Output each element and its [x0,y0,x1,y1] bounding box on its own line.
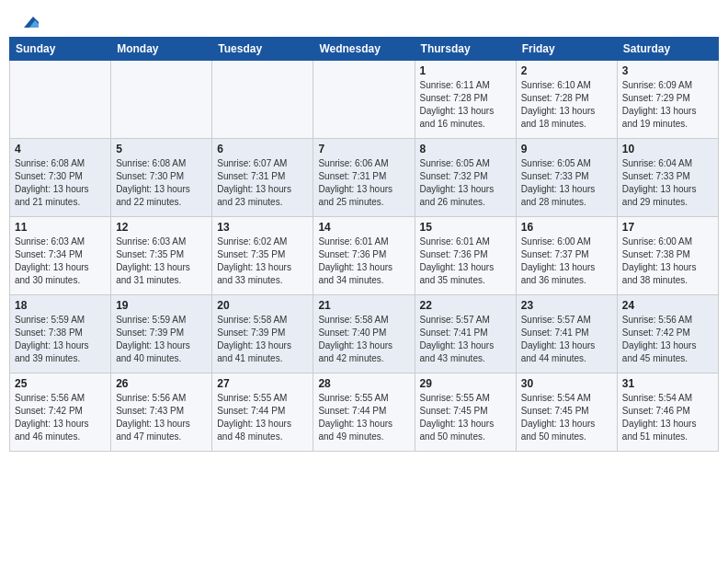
calendar-day-cell: 11Sunrise: 6:03 AM Sunset: 7:34 PM Dayli… [10,217,111,295]
day-info: Sunrise: 6:00 AM Sunset: 7:38 PM Dayligh… [622,236,713,287]
day-info: Sunrise: 6:01 AM Sunset: 7:36 PM Dayligh… [318,236,409,287]
calendar-table: SundayMondayTuesdayWednesdayThursdayFrid… [9,37,719,452]
day-number: 3 [622,64,713,77]
calendar-week-row: 25Sunrise: 5:56 AM Sunset: 7:42 PM Dayli… [10,373,719,452]
calendar-day-cell: 29Sunrise: 5:55 AM Sunset: 7:45 PM Dayli… [415,373,516,452]
calendar-day-cell [111,61,212,139]
day-number: 6 [217,143,308,155]
calendar-day-cell: 13Sunrise: 6:02 AM Sunset: 7:35 PM Dayli… [212,217,313,295]
day-of-week-header: Saturday [617,38,718,61]
calendar-week-row: 18Sunrise: 5:59 AM Sunset: 7:38 PM Dayli… [10,295,719,373]
day-info: Sunrise: 6:03 AM Sunset: 7:34 PM Dayligh… [15,236,106,287]
calendar-day-cell: 18Sunrise: 5:59 AM Sunset: 7:38 PM Dayli… [10,295,111,373]
day-of-week-header: Sunday [10,38,111,61]
day-number: 4 [15,143,106,155]
calendar-day-cell [212,61,313,139]
calendar-day-cell: 7Sunrise: 6:06 AM Sunset: 7:31 PM Daylig… [313,139,415,217]
day-info: Sunrise: 5:58 AM Sunset: 7:39 PM Dayligh… [217,314,308,365]
day-number: 8 [420,143,511,155]
day-info: Sunrise: 5:55 AM Sunset: 7:45 PM Dayligh… [420,392,511,443]
day-number: 13 [217,221,308,234]
day-number: 22 [420,299,511,312]
calendar-day-cell [10,61,111,139]
day-number: 21 [318,299,409,312]
day-number: 2 [521,64,612,77]
calendar-day-cell: 25Sunrise: 5:56 AM Sunset: 7:42 PM Dayli… [10,373,111,452]
day-info: Sunrise: 5:55 AM Sunset: 7:44 PM Dayligh… [318,392,409,443]
calendar-day-cell: 24Sunrise: 5:56 AM Sunset: 7:42 PM Dayli… [617,295,718,373]
day-info: Sunrise: 5:59 AM Sunset: 7:39 PM Dayligh… [116,314,207,365]
calendar-day-cell: 2Sunrise: 6:10 AM Sunset: 7:28 PM Daylig… [516,61,617,139]
day-info: Sunrise: 5:56 AM Sunset: 7:43 PM Dayligh… [116,392,207,443]
day-number: 9 [521,143,612,155]
day-info: Sunrise: 6:01 AM Sunset: 7:36 PM Dayligh… [420,236,511,287]
calendar-day-cell: 27Sunrise: 5:55 AM Sunset: 7:44 PM Dayli… [212,373,313,452]
day-of-week-header: Thursday [415,38,516,61]
logo [17,13,39,26]
day-info: Sunrise: 5:56 AM Sunset: 7:42 PM Dayligh… [15,392,106,443]
day-number: 30 [521,377,612,390]
day-number: 12 [116,221,207,234]
day-info: Sunrise: 5:57 AM Sunset: 7:41 PM Dayligh… [521,314,612,365]
day-info: Sunrise: 5:54 AM Sunset: 7:45 PM Dayligh… [521,392,612,443]
day-info: Sunrise: 6:09 AM Sunset: 7:29 PM Dayligh… [622,79,713,131]
calendar-day-cell: 9Sunrise: 6:05 AM Sunset: 7:33 PM Daylig… [516,139,617,217]
page-header [9,9,719,29]
day-number: 1 [420,64,511,77]
day-info: Sunrise: 6:02 AM Sunset: 7:35 PM Dayligh… [217,236,308,287]
day-number: 23 [521,299,612,312]
calendar-day-cell: 26Sunrise: 5:56 AM Sunset: 7:43 PM Dayli… [111,373,212,452]
day-number: 28 [318,377,409,390]
calendar-week-row: 11Sunrise: 6:03 AM Sunset: 7:34 PM Dayli… [10,217,719,295]
calendar-day-cell: 14Sunrise: 6:01 AM Sunset: 7:36 PM Dayli… [313,217,415,295]
calendar-day-cell: 8Sunrise: 6:05 AM Sunset: 7:32 PM Daylig… [415,139,516,217]
calendar-day-cell: 23Sunrise: 5:57 AM Sunset: 7:41 PM Dayli… [516,295,617,373]
calendar-day-cell: 15Sunrise: 6:01 AM Sunset: 7:36 PM Dayli… [415,217,516,295]
day-info: Sunrise: 6:11 AM Sunset: 7:28 PM Dayligh… [420,79,511,131]
logo-icon [18,13,39,29]
calendar-day-cell: 16Sunrise: 6:00 AM Sunset: 7:37 PM Dayli… [516,217,617,295]
calendar-day-cell: 10Sunrise: 6:04 AM Sunset: 7:33 PM Dayli… [617,139,718,217]
day-info: Sunrise: 6:08 AM Sunset: 7:30 PM Dayligh… [15,157,106,209]
day-info: Sunrise: 5:58 AM Sunset: 7:40 PM Dayligh… [318,314,409,365]
day-info: Sunrise: 6:05 AM Sunset: 7:32 PM Dayligh… [420,157,511,209]
calendar-day-cell: 3Sunrise: 6:09 AM Sunset: 7:29 PM Daylig… [617,61,718,139]
day-info: Sunrise: 6:08 AM Sunset: 7:30 PM Dayligh… [116,157,207,209]
calendar-day-cell: 31Sunrise: 5:54 AM Sunset: 7:46 PM Dayli… [617,373,718,452]
calendar-day-cell: 12Sunrise: 6:03 AM Sunset: 7:35 PM Dayli… [111,217,212,295]
calendar-day-cell: 28Sunrise: 5:55 AM Sunset: 7:44 PM Dayli… [313,373,415,452]
day-number: 17 [622,221,713,234]
day-number: 27 [217,377,308,390]
calendar-day-cell: 20Sunrise: 5:58 AM Sunset: 7:39 PM Dayli… [212,295,313,373]
day-of-week-header: Wednesday [313,38,415,61]
day-number: 26 [116,377,207,390]
day-number: 25 [15,377,106,390]
calendar-day-cell: 22Sunrise: 5:57 AM Sunset: 7:41 PM Dayli… [415,295,516,373]
calendar-week-row: 4Sunrise: 6:08 AM Sunset: 7:30 PM Daylig… [10,139,719,217]
day-info: Sunrise: 5:54 AM Sunset: 7:46 PM Dayligh… [622,392,713,443]
day-info: Sunrise: 6:00 AM Sunset: 7:37 PM Dayligh… [521,236,612,287]
calendar-week-row: 1Sunrise: 6:11 AM Sunset: 7:28 PM Daylig… [10,61,719,139]
calendar-day-cell: 4Sunrise: 6:08 AM Sunset: 7:30 PM Daylig… [10,139,111,217]
day-of-week-header: Tuesday [212,38,313,61]
day-number: 7 [318,143,409,155]
calendar-day-cell: 1Sunrise: 6:11 AM Sunset: 7:28 PM Daylig… [415,61,516,139]
day-of-week-header: Monday [111,38,212,61]
day-number: 24 [622,299,713,312]
day-number: 16 [521,221,612,234]
day-info: Sunrise: 5:56 AM Sunset: 7:42 PM Dayligh… [622,314,713,365]
day-info: Sunrise: 6:10 AM Sunset: 7:28 PM Dayligh… [521,79,612,131]
day-info: Sunrise: 6:05 AM Sunset: 7:33 PM Dayligh… [521,157,612,209]
day-number: 20 [217,299,308,312]
day-number: 31 [622,377,713,390]
calendar-day-cell [313,61,415,139]
calendar-day-cell: 6Sunrise: 6:07 AM Sunset: 7:31 PM Daylig… [212,139,313,217]
day-info: Sunrise: 6:04 AM Sunset: 7:33 PM Dayligh… [622,157,713,209]
day-of-week-header: Friday [516,38,617,61]
day-number: 14 [318,221,409,234]
day-number: 19 [116,299,207,312]
day-number: 5 [116,143,207,155]
day-number: 10 [622,143,713,155]
day-number: 18 [15,299,106,312]
day-info: Sunrise: 6:06 AM Sunset: 7:31 PM Dayligh… [318,157,409,209]
